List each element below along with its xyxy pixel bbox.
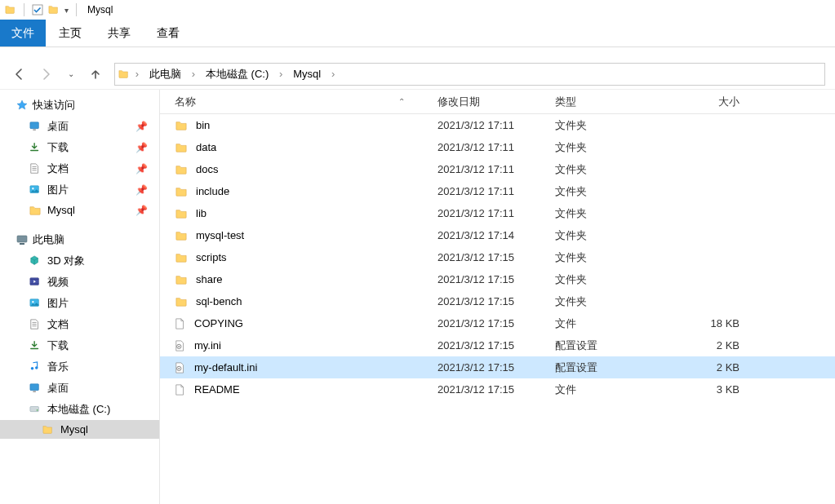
- title-bar: ▾ Mysql: [0, 0, 835, 20]
- file-row[interactable]: my-default.ini2021/3/12 17:15配置设置2 KB: [160, 356, 835, 378]
- file-type: 配置设置: [555, 360, 673, 375]
- separator: [24, 3, 24, 16]
- folder-icon: [175, 252, 188, 263]
- file-name: sql-bench: [196, 295, 242, 307]
- chevron-right-icon[interactable]: ›: [188, 68, 199, 80]
- 3d-icon: [29, 255, 41, 267]
- breadcrumb-segment[interactable]: 此电脑: [144, 64, 186, 85]
- nav-up-button[interactable]: [87, 65, 104, 83]
- file-pane: 名称 ⌃ 修改日期 类型 大小 bin2021/3/12 17:11文件夹dat…: [160, 90, 835, 504]
- column-headers: 名称 ⌃ 修改日期 类型 大小: [160, 90, 835, 114]
- sidebar-item[interactable]: 文档📌: [0, 158, 159, 179]
- chevron-right-icon[interactable]: ›: [327, 68, 339, 80]
- sidebar-item-label: 文档: [47, 317, 69, 332]
- download-icon: [29, 340, 41, 351]
- sidebar-group-label: 此电脑: [33, 232, 64, 247]
- sidebar-item-label: 图片: [47, 183, 69, 197]
- properties-icon[interactable]: [32, 4, 43, 15]
- sidebar-item-label: 桌面: [47, 381, 69, 396]
- nav-forward-button[interactable]: [38, 65, 56, 83]
- sidebar-item-label: Mysql: [60, 423, 88, 435]
- sidebar-item[interactable]: 3D 对象: [0, 250, 159, 272]
- chevron-right-icon[interactable]: ›: [131, 68, 143, 80]
- nav-row: ⌄ › 此电脑 › 本地磁盘 (C:) › Mysql ›: [0, 59, 835, 90]
- file-size: 3 KB: [673, 383, 751, 396]
- ribbon-tab-home[interactable]: 主页: [46, 20, 95, 46]
- file-row[interactable]: share2021/3/12 17:15文件夹: [160, 268, 835, 290]
- file-row[interactable]: docs2021/3/12 17:11文件夹: [160, 158, 835, 180]
- file-name: README: [194, 383, 240, 396]
- breadcrumb-segment[interactable]: Mysql: [288, 64, 326, 85]
- file-row[interactable]: scripts2021/3/12 17:15文件夹: [160, 246, 835, 268]
- sidebar-item[interactable]: 文档: [0, 314, 159, 335]
- column-header-date[interactable]: 修改日期: [437, 95, 555, 109]
- body: 快速访问 桌面📌下载📌文档📌图片📌Mysql📌 此电脑 3D 对象视频图片文档下…: [0, 90, 835, 504]
- address-bar[interactable]: › 此电脑 › 本地磁盘 (C:) › Mysql ›: [114, 63, 825, 86]
- sidebar-this-pc[interactable]: 此电脑: [0, 229, 159, 250]
- sidebar-item[interactable]: 图片📌: [0, 179, 159, 201]
- drive-icon: [29, 404, 41, 415]
- sidebar-quick-access[interactable]: 快速访问: [0, 95, 159, 116]
- sidebar-item[interactable]: 音乐: [0, 356, 159, 378]
- document-icon: [29, 163, 41, 175]
- ribbon-band: [0, 47, 835, 59]
- file-row[interactable]: README2021/3/12 17:15文件3 KB: [160, 378, 835, 400]
- sidebar-item[interactable]: 下载: [0, 335, 159, 356]
- column-header-size[interactable]: 大小: [673, 95, 751, 109]
- file-type: 文件: [555, 316, 673, 331]
- column-header-type[interactable]: 类型: [555, 95, 673, 109]
- star-icon: [16, 99, 28, 111]
- ribbon-tab-share[interactable]: 共享: [95, 20, 144, 46]
- file-type: 文件夹: [555, 162, 673, 177]
- file-row[interactable]: sql-bench2021/3/12 17:15文件夹: [160, 290, 835, 312]
- sidebar-item-label: 下载: [47, 338, 69, 353]
- file-date: 2021/3/12 17:11: [437, 141, 555, 153]
- ribbon-tab-view[interactable]: 查看: [144, 20, 193, 46]
- file-date: 2021/3/12 17:15: [437, 251, 555, 263]
- file-type: 文件夹: [555, 206, 673, 221]
- video-icon: [29, 276, 41, 288]
- file-row[interactable]: COPYING2021/3/12 17:15文件18 KB: [160, 312, 835, 334]
- file-row[interactable]: mysql-test2021/3/12 17:14文件夹: [160, 224, 835, 246]
- ribbon-file-tab[interactable]: 文件: [0, 20, 46, 46]
- folder-icon: [29, 205, 41, 216]
- breadcrumb-segment[interactable]: 本地磁盘 (C:): [201, 64, 273, 85]
- file-list[interactable]: bin2021/3/12 17:11文件夹data2021/3/12 17:11…: [160, 114, 835, 504]
- file-icon: [175, 317, 186, 330]
- file-type: 文件夹: [555, 140, 673, 155]
- folder-icon: [5, 4, 16, 15]
- sidebar-item-mysql[interactable]: Mysql: [0, 420, 159, 439]
- sidebar-item-label: 图片: [47, 296, 69, 311]
- nav-back-button[interactable]: [10, 65, 28, 83]
- sidebar-item[interactable]: 本地磁盘 (C:): [0, 399, 159, 420]
- sidebar-item-label: 桌面: [47, 119, 69, 134]
- sidebar-item-label: 下载: [47, 140, 69, 155]
- folder-icon: [175, 142, 188, 153]
- file-size: 18 KB: [673, 317, 751, 329]
- sidebar-item[interactable]: 桌面: [0, 378, 159, 399]
- nav-history-dropdown[interactable]: ⌄: [65, 65, 77, 83]
- file-type: 文件: [555, 382, 673, 397]
- qat-dropdown-icon[interactable]: ▾: [64, 6, 69, 15]
- sidebar-item[interactable]: 视频: [0, 272, 159, 293]
- file-row[interactable]: lib2021/3/12 17:11文件夹: [160, 202, 835, 224]
- file-row[interactable]: include2021/3/12 17:11文件夹: [160, 180, 835, 202]
- file-row[interactable]: my.ini2021/3/12 17:15配置设置2 KB: [160, 334, 835, 356]
- folder-icon[interactable]: [48, 4, 60, 15]
- sidebar-item[interactable]: 图片: [0, 293, 159, 314]
- file-row[interactable]: data2021/3/12 17:11文件夹: [160, 136, 835, 158]
- sidebar-item[interactable]: 桌面📌: [0, 116, 159, 137]
- ini-icon: [175, 339, 186, 352]
- file-date: 2021/3/12 17:15: [437, 383, 555, 396]
- folder-icon: [42, 424, 54, 435]
- column-header-name[interactable]: 名称 ⌃: [175, 95, 437, 109]
- chevron-right-icon[interactable]: ›: [275, 68, 286, 80]
- sidebar-item[interactable]: Mysql📌: [0, 201, 159, 219]
- file-name: my-default.ini: [194, 361, 257, 374]
- sidebar-item[interactable]: 下载📌: [0, 137, 159, 158]
- sidebar-item-label: 音乐: [47, 360, 69, 374]
- folder-icon: [175, 274, 188, 285]
- file-row[interactable]: bin2021/3/12 17:11文件夹: [160, 114, 835, 136]
- sidebar-group-label: 快速访问: [33, 98, 75, 113]
- download-icon: [29, 142, 41, 153]
